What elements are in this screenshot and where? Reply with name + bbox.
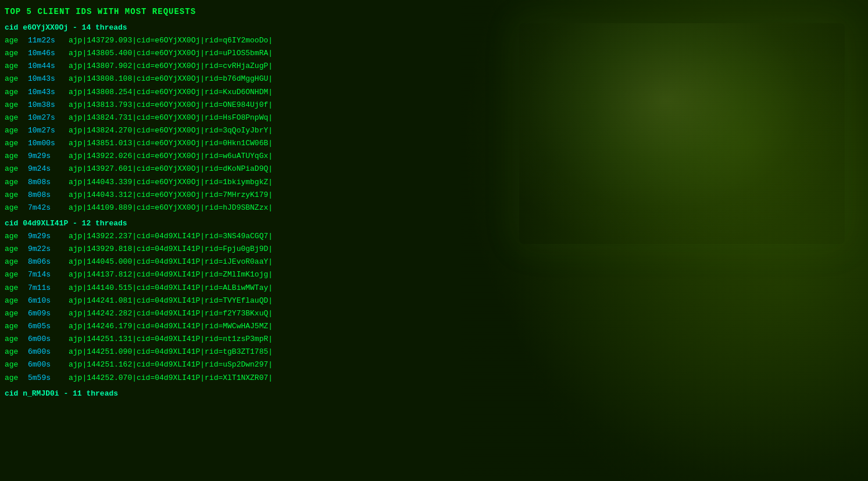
log-line: age6m05sajp|144246.179|cid=04d9XLI41P|ri… xyxy=(0,320,868,333)
log-line: age6m00sajp|144251.131|cid=04d9XLI41P|ri… xyxy=(0,333,868,346)
age-label: age xyxy=(5,177,28,188)
log-text: ajp|143927.601|cid=e6OYjXX0Oj|rid=dKoNPi… xyxy=(69,164,273,173)
log-text: ajp|144252.070|cid=04d9XLI41P|rid=XlT1NX… xyxy=(69,374,273,382)
log-line: age7m42sajp|144109.889|cid=e6OYjXX0Oj|ri… xyxy=(0,202,868,214)
log-text: ajp|144137.812|cid=04d9XLI41P|rid=ZMlImK… xyxy=(69,270,273,279)
log-line: age5m59sajp|144252.070|cid=04d9XLI41P|ri… xyxy=(0,372,868,385)
log-text: ajp|143824.731|cid=e6OYjXX0Oj|rid=HsFO8P… xyxy=(69,113,273,122)
age-value: 6m10s xyxy=(28,295,69,307)
log-line: age10m38sajp|143813.793|cid=e6OYjXX0Oj|r… xyxy=(0,99,868,112)
age-value: 7m42s xyxy=(28,202,69,214)
age-label: age xyxy=(5,138,28,149)
age-label: age xyxy=(5,150,28,162)
age-value: 6m00s xyxy=(28,346,69,358)
log-text: ajp|143813.793|cid=e6OYjXX0Oj|rid=ONE984… xyxy=(69,100,273,109)
age-label: age xyxy=(5,231,28,242)
page-title: TOP 5 CLIENT IDS WITH MOST REQUESTS xyxy=(0,5,868,19)
log-text: ajp|144043.339|cid=e6OYjXX0Oj|rid=1bkiym… xyxy=(69,178,273,186)
age-value: 6m00s xyxy=(28,333,69,345)
age-value: 9m29s xyxy=(28,150,69,162)
log-line: age9m29sajp|143922.237|cid=04d9XLI41P|ri… xyxy=(0,230,868,243)
log-line: age8m08sajp|144043.312|cid=e6OYjXX0Oj|ri… xyxy=(0,189,868,202)
age-value: 9m24s xyxy=(28,163,69,175)
section-header-1: cid 04d9XLI41P - 12 threads xyxy=(0,217,868,230)
log-text: ajp|144242.282|cid=04d9XLI41P|rid=f2Y73B… xyxy=(69,309,273,318)
log-line: age7m11sajp|144140.515|cid=04d9XLI41P|ri… xyxy=(0,282,868,295)
age-value: 7m14s xyxy=(28,269,69,281)
log-line: age6m00sajp|144251.090|cid=04d9XLI41P|ri… xyxy=(0,346,868,358)
age-value: 8m08s xyxy=(28,177,69,188)
log-line: age6m09sajp|144242.282|cid=04d9XLI41P|ri… xyxy=(0,307,868,320)
log-line: age8m08sajp|144043.339|cid=e6OYjXX0Oj|ri… xyxy=(0,176,868,189)
log-line: age10m46sajp|143805.400|cid=e6OYjXX0Oj|r… xyxy=(0,47,868,60)
age-label: age xyxy=(5,269,28,281)
age-value: 10m43s xyxy=(28,73,69,85)
age-label: age xyxy=(5,48,28,59)
sections-container: cid e6OYjXX0Oj - 14 threadsage11m22sajp|… xyxy=(0,21,868,400)
log-text: ajp|144043.312|cid=e6OYjXX0Oj|rid=7MHrzy… xyxy=(69,191,273,199)
log-line: age10m43sajp|143808.108|cid=e6OYjXX0Oj|r… xyxy=(0,73,868,85)
age-label: age xyxy=(5,282,28,294)
log-line: age10m00sajp|143851.013|cid=e6OYjXX0Oj|r… xyxy=(0,137,868,150)
age-label: age xyxy=(5,295,28,307)
log-line: age10m27sajp|143824.270|cid=e6OYjXX0Oj|r… xyxy=(0,124,868,137)
age-label: age xyxy=(5,256,28,268)
age-value: 10m00s xyxy=(28,138,69,149)
log-line: age8m06sajp|144045.000|cid=04d9XLI41P|ri… xyxy=(0,256,868,268)
log-text: ajp|144109.889|cid=e6OYjXX0Oj|rid=hJD9SB… xyxy=(69,203,273,212)
age-label: age xyxy=(5,73,28,85)
age-value: 10m43s xyxy=(28,87,69,98)
log-text: ajp|144241.081|cid=04d9XLI41P|rid=TVYEfl… xyxy=(69,296,273,305)
age-label: age xyxy=(5,112,28,124)
log-text: ajp|143922.026|cid=e6OYjXX0Oj|rid=w6uATU… xyxy=(69,152,273,160)
age-label: age xyxy=(5,372,28,384)
log-text: ajp|144251.090|cid=04d9XLI41P|rid=tgB3ZT… xyxy=(69,347,273,356)
log-text: ajp|144246.179|cid=04d9XLI41P|rid=MWCwHA… xyxy=(69,322,273,331)
log-line: age9m24sajp|143927.601|cid=e6OYjXX0Oj|ri… xyxy=(0,163,868,175)
log-text: ajp|143729.093|cid=e6OYjXX0Oj|rid=q6IY2m… xyxy=(69,36,273,45)
age-label: age xyxy=(5,202,28,214)
age-value: 10m27s xyxy=(28,125,69,137)
age-value: 6m09s xyxy=(28,308,69,320)
terminal-output: TOP 5 CLIENT IDS WITH MOST REQUESTS cid … xyxy=(0,0,868,400)
log-text: ajp|144251.131|cid=04d9XLI41P|rid=nt1zsP… xyxy=(69,335,273,343)
age-label: age xyxy=(5,163,28,175)
age-value: 9m29s xyxy=(28,231,69,242)
age-value: 10m44s xyxy=(28,60,69,72)
age-label: age xyxy=(5,125,28,137)
log-text: ajp|143807.902|cid=e6OYjXX0Oj|rid=cvRHja… xyxy=(69,62,273,70)
log-text: ajp|143851.013|cid=e6OYjXX0Oj|rid=0Hkn1C… xyxy=(69,139,273,148)
log-text: ajp|143929.818|cid=04d9XLI41P|rid=Fpju0g… xyxy=(69,245,273,253)
age-label: age xyxy=(5,35,28,46)
age-label: age xyxy=(5,243,28,255)
age-value: 9m22s xyxy=(28,243,69,255)
log-text: ajp|143808.108|cid=e6OYjXX0Oj|rid=b76dMg… xyxy=(69,74,273,83)
section-header-0: cid e6OYjXX0Oj - 14 threads xyxy=(0,21,868,34)
age-value: 6m00s xyxy=(28,359,69,371)
age-value: 6m05s xyxy=(28,321,69,332)
log-line: age6m10sajp|144241.081|cid=04d9XLI41P|ri… xyxy=(0,295,868,307)
log-line: age10m43sajp|143808.254|cid=e6OYjXX0Oj|r… xyxy=(0,86,868,99)
age-value: 8m06s xyxy=(28,256,69,268)
log-text: ajp|143824.270|cid=e6OYjXX0Oj|rid=3qQoIy… xyxy=(69,126,273,135)
age-label: age xyxy=(5,60,28,72)
age-label: age xyxy=(5,359,28,371)
log-text: ajp|143922.237|cid=04d9XLI41P|rid=3NS49a… xyxy=(69,232,273,240)
age-value: 10m38s xyxy=(28,99,69,111)
log-text: ajp|144140.515|cid=04d9XLI41P|rid=ALBiwM… xyxy=(69,283,273,292)
log-text: ajp|143808.254|cid=e6OYjXX0Oj|rid=KxuD6O… xyxy=(69,88,273,96)
age-value: 10m46s xyxy=(28,48,69,59)
section-header-2: cid n_RMJD0i - 11 threads xyxy=(0,387,868,400)
log-text: ajp|144045.000|cid=04d9XLI41P|rid=iJEvoR… xyxy=(69,257,273,266)
age-value: 10m27s xyxy=(28,112,69,124)
age-label: age xyxy=(5,87,28,98)
age-label: age xyxy=(5,321,28,332)
age-label: age xyxy=(5,333,28,345)
log-line: age9m22sajp|143929.818|cid=04d9XLI41P|ri… xyxy=(0,243,868,256)
log-line: age10m44sajp|143807.902|cid=e6OYjXX0Oj|r… xyxy=(0,60,868,73)
log-text: ajp|144251.162|cid=04d9XLI41P|rid=uSp2Dw… xyxy=(69,360,273,369)
age-value: 8m08s xyxy=(28,189,69,201)
log-line: age6m00sajp|144251.162|cid=04d9XLI41P|ri… xyxy=(0,358,868,371)
age-label: age xyxy=(5,189,28,201)
age-value: 11m22s xyxy=(28,35,69,46)
